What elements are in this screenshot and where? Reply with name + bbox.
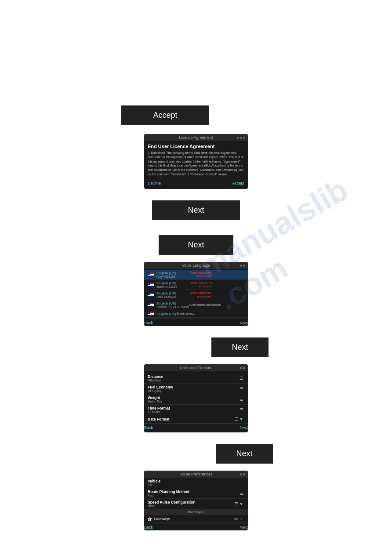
list-item[interactable]: Speed Pulse Configuration Mode ☰ ▼ bbox=[144, 499, 248, 509]
route-header-title: Route Preferences bbox=[179, 472, 212, 476]
list-item[interactable]: Fuel Economy MPG(US) ☰ bbox=[144, 384, 248, 394]
voice-signal-dot-2 bbox=[243, 265, 245, 267]
lang-note-3: Street names not announced bbox=[176, 291, 211, 298]
list-item[interactable]: Time Format 12 hours ☰ bbox=[144, 405, 248, 415]
list-item[interactable]: Distance Miles/feet ☰ bbox=[144, 373, 248, 384]
units-screen-section: Units and Formats Distance Miles/feet ☰ bbox=[0, 364, 392, 432]
lang-sub-2: Jason v429288 bbox=[156, 285, 177, 288]
list-item[interactable]: English (US) Dora v429288 Street names n… bbox=[144, 290, 248, 300]
weight-sub: Metric Ton bbox=[148, 400, 162, 403]
speed-pulse-sub: Mode bbox=[148, 504, 196, 508]
next-button-2[interactable]: Next bbox=[159, 235, 233, 255]
fuel-icon: ☰ bbox=[240, 386, 243, 391]
route-back-btn[interactable]: Back bbox=[144, 525, 153, 530]
units-back-btn[interactable]: Back bbox=[144, 425, 153, 430]
road-types-header: Road types bbox=[144, 509, 248, 515]
lang-info-1: English (US) Amy v429288 bbox=[156, 271, 176, 278]
next-btn-2-section: Next bbox=[0, 229, 392, 259]
units-signal-dot-1 bbox=[240, 367, 242, 369]
signal-dot-3 bbox=[243, 137, 245, 139]
license-accept-btn[interactable]: Accept bbox=[232, 181, 244, 185]
route-signal-dot-2 bbox=[243, 473, 245, 475]
accept-button[interactable]: Accept bbox=[121, 105, 209, 125]
freeway-status: on bbox=[234, 517, 238, 521]
units-content: Distance Miles/feet ☰ Fuel Economy MPG(U… bbox=[144, 371, 248, 432]
weight-label: Weight bbox=[148, 395, 162, 400]
list-item[interactable]: Date Format ☰ ▼ bbox=[144, 415, 248, 423]
fuel-sub: MPG(US) bbox=[148, 389, 173, 392]
lang-info-2: English (US) Jason v429288 bbox=[156, 281, 177, 288]
us-flag-icon-3 bbox=[148, 293, 154, 297]
route-footer: Back Next bbox=[144, 523, 248, 530]
route-next-btn[interactable]: Next bbox=[240, 525, 248, 530]
weight-info: Weight Metric Ton bbox=[148, 395, 162, 403]
us-flag-icon-1 bbox=[148, 272, 154, 277]
next-button-3[interactable]: Next bbox=[211, 337, 269, 357]
route-planning-icon: ☰ bbox=[240, 491, 243, 496]
voice-signal-dots bbox=[240, 265, 245, 267]
lang-sub-4: StevenTTS v3 9375135 bbox=[156, 305, 189, 308]
next-btn-1-section: Next bbox=[0, 194, 392, 225]
units-next-btn[interactable]: Next bbox=[240, 425, 248, 430]
license-text: 0. Definitions The following terms shall… bbox=[148, 151, 244, 176]
weight-icon: ☰ bbox=[240, 397, 243, 402]
license-header-title: License Agreement bbox=[179, 135, 213, 140]
license-device-screen: License Agreement End User Licence Agree… bbox=[144, 134, 248, 189]
next-button-4[interactable]: Next bbox=[216, 444, 273, 464]
speed-pulse-label: Speed Pulse Configuration bbox=[148, 500, 196, 504]
lang-name-2: English (US) bbox=[156, 281, 177, 285]
license-footer: Decline Accept bbox=[148, 179, 244, 186]
scroll-down-icon: ▼ bbox=[239, 417, 243, 421]
units-screen-header: Units and Formats bbox=[144, 364, 248, 371]
list-item[interactable]: Weight Metric Ton ☰ bbox=[144, 394, 248, 405]
fuel-label: Fuel Economy bbox=[148, 385, 173, 389]
list-item[interactable]: 🛣 Freeways on ✓ bbox=[144, 515, 248, 523]
vehicle-info: Vehicle Car bbox=[148, 479, 160, 486]
signal-dot-2 bbox=[240, 137, 242, 139]
next-btn-3-section: Next bbox=[0, 331, 392, 362]
fuel-info: Fuel Economy MPG(US) bbox=[148, 385, 173, 392]
route-planning-label: Route Planning Method bbox=[148, 490, 189, 494]
voice-next-btn[interactable]: Next bbox=[240, 321, 248, 325]
lang-name-3: English (US) bbox=[156, 291, 176, 295]
distance-label: Distance bbox=[148, 374, 163, 379]
lang-name-1: English (US) bbox=[156, 271, 176, 275]
lang-sub-3: Dora v429288 bbox=[156, 295, 176, 298]
signal-dots bbox=[237, 137, 245, 139]
units-footer: Back Next bbox=[144, 423, 248, 431]
list-item[interactable]: English (US) Street names... bbox=[144, 310, 248, 318]
speed-pulse-icon: ☰ bbox=[234, 501, 238, 506]
accept-section: Accept bbox=[0, 53, 392, 131]
license-decline-btn[interactable]: Decline bbox=[148, 181, 161, 185]
voice-screen-section: Voice Language English (US) Amy v429288 … bbox=[0, 262, 392, 326]
route-content: Vehicle Car Route Planning Method Fast ☰… bbox=[144, 478, 248, 530]
lang-note-1: Street names not announced bbox=[176, 271, 211, 278]
us-flag-icon-2 bbox=[148, 283, 154, 287]
list-item[interactable]: Route Planning Method Fast ☰ bbox=[144, 488, 248, 499]
time-label: Time Format bbox=[148, 406, 170, 410]
voice-back-btn[interactable]: Back bbox=[144, 321, 153, 325]
units-signal-dot-2 bbox=[243, 367, 245, 369]
us-flag-icon-4 bbox=[148, 303, 154, 307]
units-header-title: Units and Formats bbox=[180, 366, 212, 370]
next-button-1[interactable]: Next bbox=[152, 200, 240, 220]
freeway-check-icon: ✓ bbox=[240, 516, 243, 521]
list-item[interactable]: English (US) StevenTTS v3 9375135 Street… bbox=[144, 300, 248, 310]
lang-info-5: English (US) bbox=[156, 312, 176, 316]
route-screen-section: Route Preferences Vehicle Car Route Plan… bbox=[0, 471, 392, 530]
signal-dot-1 bbox=[237, 137, 239, 139]
list-item[interactable]: English (US) Jason v429288 Street names … bbox=[144, 280, 248, 290]
route-signal-dot-1 bbox=[240, 473, 242, 475]
time-sub: 12 hours bbox=[148, 410, 170, 414]
us-flag-icon-5 bbox=[148, 312, 154, 316]
license-content: End User Licence Agreement 0. Definition… bbox=[144, 141, 248, 189]
route-device-screen: Route Preferences Vehicle Car Route Plan… bbox=[144, 471, 248, 530]
list-item[interactable]: English (US) Amy v429288 Street names no… bbox=[144, 270, 248, 280]
lang-note-2: Street names not announced bbox=[177, 281, 212, 288]
voice-header-title: Voice Language bbox=[182, 263, 211, 268]
list-item[interactable]: Vehicle Car bbox=[144, 478, 248, 488]
lang-name-4: English (US) bbox=[156, 301, 189, 305]
route-signal-dots bbox=[240, 473, 245, 475]
language-list: English (US) Amy v429288 Street names no… bbox=[144, 269, 248, 319]
date-icon: ☰ bbox=[234, 417, 238, 421]
